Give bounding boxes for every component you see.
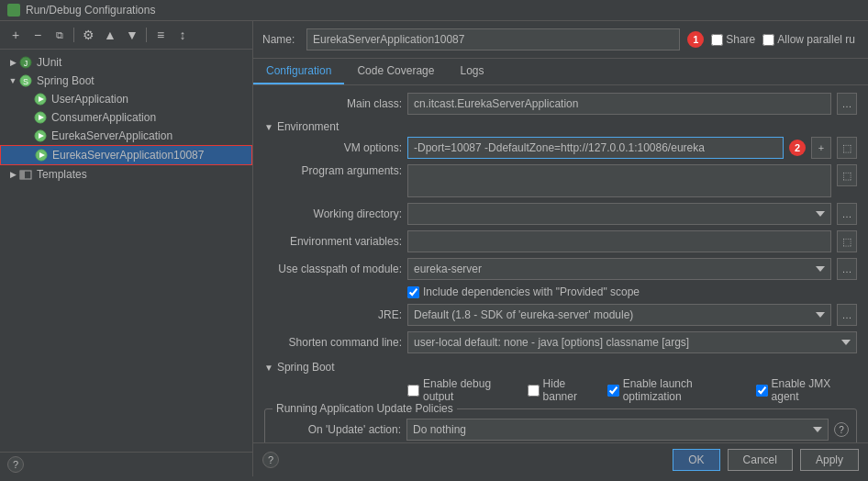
config-content: Main class: … ▼ Environment VM options: … xyxy=(253,85,868,442)
add-button[interactable]: + xyxy=(6,25,26,45)
main-class-row: Main class: … xyxy=(264,93,857,115)
remove-button[interactable]: − xyxy=(28,25,48,45)
junit-label: JUnit xyxy=(37,56,61,69)
eureka-run-icon xyxy=(33,129,48,143)
tab-coverage[interactable]: Code Coverage xyxy=(344,59,447,84)
tab-logs[interactable]: Logs xyxy=(447,59,496,84)
apply-button[interactable]: Apply xyxy=(800,449,859,471)
tree-item-springboot[interactable]: ▼ S Spring Boot xyxy=(0,72,252,90)
title-bar-text: Run/Debug Configurations xyxy=(26,4,155,17)
springboot-section-arrow: ▼ xyxy=(264,363,273,373)
consumerapplication-label: ConsumerApplication xyxy=(51,111,156,124)
main-container: + − ⧉ ⚙ ▲ ▼ ≡ ↕ ▶ J JUnit xyxy=(0,21,868,476)
springboot-options-row: Enable debug output Hide banner Enable l… xyxy=(407,377,857,403)
env-vars-row: Environment variables: ⬚ xyxy=(264,230,857,252)
include-deps-row: Include dependencies with "Provided" sco… xyxy=(407,285,857,298)
program-args-expand-button[interactable]: ⬚ xyxy=(837,164,857,186)
allow-parallel-label[interactable]: Allow parallel ru xyxy=(762,33,855,46)
jre-select[interactable]: Default (1.8 - SDK of 'eureka-server' mo… xyxy=(407,304,831,326)
env-vars-button[interactable]: ⬚ xyxy=(837,230,857,252)
ok-button[interactable]: OK xyxy=(673,449,719,471)
share-options: Share Allow parallel ru xyxy=(711,33,859,46)
tree-item-eurekaserverapplication10087[interactable]: ▶ EurekaServerApplication10087 xyxy=(0,145,252,165)
classpath-button[interactable]: … xyxy=(837,258,857,280)
share-checkbox[interactable] xyxy=(711,34,723,46)
program-args-label: Program arguments: xyxy=(264,164,402,177)
launch-optimization-checkbox[interactable] xyxy=(607,385,619,397)
tabs-bar: Configuration Code Coverage Logs xyxy=(253,59,868,85)
vm-options-label: VM options: xyxy=(264,141,402,154)
separator-1 xyxy=(73,28,74,42)
include-deps-checkbox[interactable] xyxy=(407,286,419,298)
junit-icon: J xyxy=(18,55,33,70)
env-arrow: ▼ xyxy=(264,122,273,132)
include-deps-checkbox-label[interactable]: Include dependencies with "Provided" sco… xyxy=(407,285,640,298)
right-panel: Name: 1 Share Allow parallel ru Configur… xyxy=(253,21,868,476)
up-button[interactable]: ▲ xyxy=(100,25,120,45)
debug-output-label[interactable]: Enable debug output xyxy=(407,377,520,403)
main-class-input[interactable] xyxy=(407,93,831,115)
on-update-select[interactable]: Do nothing xyxy=(406,419,829,441)
settings-button[interactable]: ⚙ xyxy=(78,25,98,45)
tab-configuration[interactable]: Configuration xyxy=(253,59,344,84)
include-deps-label: Include dependencies with "Provided" sco… xyxy=(423,285,640,298)
title-bar: Run/Debug Configurations xyxy=(0,0,868,21)
shorten-cmd-row: Shorten command line: user-local default… xyxy=(264,331,857,353)
classpath-label: Use classpath of module: xyxy=(264,263,402,275)
springboot-arrow: ▼ xyxy=(7,75,18,86)
help-icon-left[interactable]: ? xyxy=(7,456,24,473)
sort-button[interactable]: ≡ xyxy=(150,25,171,45)
jre-row: JRE: Default (1.8 - SDK of 'eureka-serve… xyxy=(264,304,857,326)
working-dir-select[interactable] xyxy=(407,203,831,225)
down-button[interactable]: ▼ xyxy=(122,25,142,45)
tree-item-junit[interactable]: ▶ J JUnit xyxy=(0,53,252,72)
jmx-agent-label[interactable]: Enable JMX agent xyxy=(756,377,857,403)
springboot-section-header: ▼ Spring Boot xyxy=(264,361,857,374)
working-dir-button[interactable]: … xyxy=(837,203,857,225)
tree-item-eurekaserverapplication[interactable]: ▶ EurekaServerApplication xyxy=(0,127,252,145)
on-update-help-icon[interactable]: ? xyxy=(834,422,849,437)
cancel-button[interactable]: Cancel xyxy=(728,449,793,471)
main-class-button[interactable]: … xyxy=(837,93,857,115)
jre-label: JRE: xyxy=(264,308,402,321)
help-icon-right[interactable]: ? xyxy=(262,452,279,468)
expand-button[interactable]: ↕ xyxy=(172,25,193,45)
name-label: Name: xyxy=(262,33,299,46)
springboot-label: Spring Boot xyxy=(37,74,95,87)
classpath-row: Use classpath of module: eureka-server … xyxy=(264,258,857,280)
templates-icon xyxy=(18,167,33,182)
userapplication-label: UserApplication xyxy=(51,93,128,106)
vm-options-expand-button[interactable]: ⬚ xyxy=(837,137,857,159)
env-vars-input[interactable] xyxy=(407,230,831,252)
toolbar: + − ⧉ ⚙ ▲ ▼ ≡ ↕ xyxy=(0,21,252,50)
tree-item-userapplication[interactable]: ▶ UserApplication xyxy=(0,90,252,108)
user-run-icon xyxy=(33,92,48,106)
tree-item-templates[interactable]: ▶ Templates xyxy=(0,165,252,184)
name-badge: 1 xyxy=(687,31,704,48)
jre-button[interactable]: … xyxy=(837,304,857,326)
launch-optimization-label[interactable]: Enable launch optimization xyxy=(607,377,749,403)
hide-banner-checkbox[interactable] xyxy=(528,385,540,397)
jmx-agent-checkbox[interactable] xyxy=(756,385,768,397)
vm-options-input[interactable] xyxy=(407,137,784,159)
tree-item-consumerapplication[interactable]: ▶ ConsumerApplication xyxy=(0,108,252,127)
classpath-select[interactable]: eureka-server xyxy=(407,258,831,280)
name-input[interactable] xyxy=(306,28,680,50)
config-tree: ▶ J JUnit ▼ S Spring Boot ▶ xyxy=(0,50,252,452)
share-label[interactable]: Share xyxy=(711,33,755,46)
shorten-cmd-select[interactable]: user-local default: none - java [options… xyxy=(407,331,857,353)
shorten-cmd-label: Shorten command line: xyxy=(264,336,402,349)
vm-options-add-button[interactable]: + xyxy=(811,137,831,159)
copy-button[interactable]: ⧉ xyxy=(50,25,70,45)
vm-options-badge: 2 xyxy=(789,140,806,156)
program-args-input[interactable] xyxy=(407,164,831,197)
working-dir-label: Working directory: xyxy=(264,207,402,220)
junit-arrow: ▶ xyxy=(7,57,18,68)
hide-banner-label[interactable]: Hide banner xyxy=(528,377,600,403)
running-policies-group: Running Application Update Policies On '… xyxy=(264,408,857,442)
environment-section-header: ▼ Environment xyxy=(264,120,857,133)
debug-output-checkbox[interactable] xyxy=(407,385,419,397)
allow-parallel-checkbox[interactable] xyxy=(762,34,774,46)
eureka10087-run-icon xyxy=(34,148,49,162)
templates-label: Templates xyxy=(37,168,87,181)
